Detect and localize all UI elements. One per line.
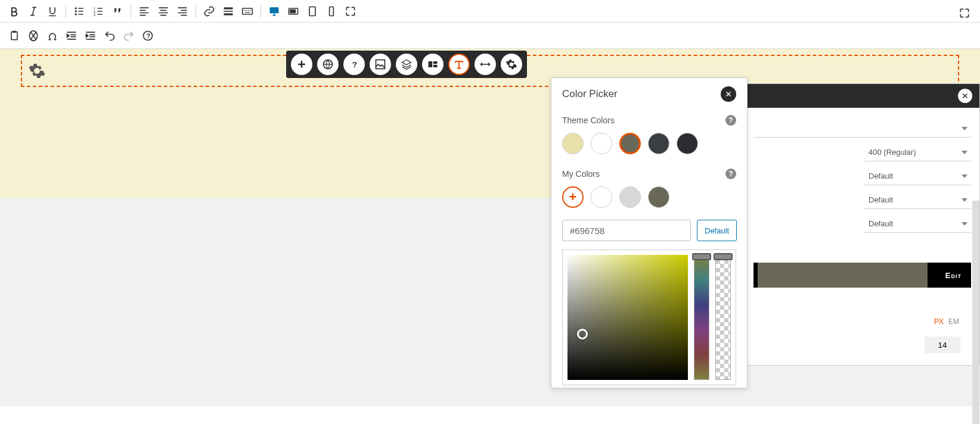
image-button[interactable] bbox=[370, 54, 391, 75]
keyboard-button[interactable] bbox=[238, 2, 257, 21]
main-toolbar-row1: 123 bbox=[0, 0, 980, 23]
svg-rect-15 bbox=[11, 32, 17, 39]
columns-button[interactable] bbox=[422, 54, 444, 75]
underline-button[interactable] bbox=[43, 2, 62, 21]
unit-px-button[interactable]: PX bbox=[934, 317, 944, 326]
my-swatch-3[interactable] bbox=[648, 186, 669, 208]
saturation-box[interactable] bbox=[567, 255, 688, 380]
close-typography-panel-button[interactable] bbox=[958, 89, 972, 103]
svg-point-1 bbox=[75, 10, 77, 12]
option3-select[interactable]: Default bbox=[865, 215, 971, 233]
desktop-view-button[interactable] bbox=[265, 2, 284, 21]
color-preview-bar[interactable]: Edit bbox=[753, 263, 971, 288]
chevron-down-icon bbox=[962, 222, 967, 226]
theme-swatch-4[interactable] bbox=[648, 133, 669, 154]
fullscreen-button[interactable] bbox=[341, 2, 360, 21]
svg-text:?: ? bbox=[352, 60, 357, 69]
theme-colors-help-icon[interactable]: ? bbox=[725, 115, 736, 126]
clear-format-button[interactable] bbox=[24, 26, 43, 45]
svg-point-2 bbox=[75, 13, 77, 15]
default-color-button[interactable]: Default bbox=[697, 220, 737, 241]
indent-button[interactable] bbox=[81, 26, 100, 45]
block-settings-icon[interactable] bbox=[28, 62, 46, 80]
typography-button[interactable] bbox=[448, 54, 470, 75]
hex-input[interactable] bbox=[562, 220, 691, 241]
my-swatch-2[interactable] bbox=[619, 186, 641, 208]
my-swatch-1[interactable] bbox=[591, 186, 612, 208]
tablet-landscape-button[interactable] bbox=[284, 2, 303, 21]
chevron-down-icon bbox=[962, 198, 967, 202]
add-block-button[interactable] bbox=[291, 54, 312, 75]
theme-swatch-5[interactable] bbox=[677, 133, 698, 154]
layers-button[interactable] bbox=[396, 54, 417, 75]
svg-rect-22 bbox=[376, 60, 385, 69]
numbered-list-button[interactable]: 123 bbox=[89, 2, 108, 21]
phone-button[interactable] bbox=[322, 2, 341, 21]
hue-thumb[interactable] bbox=[692, 253, 711, 260]
svg-rect-25 bbox=[433, 65, 438, 67]
align-left-button[interactable] bbox=[135, 2, 154, 21]
theme-colors-section: Theme Colors ? bbox=[551, 110, 747, 164]
svg-rect-23 bbox=[429, 61, 433, 67]
option1-select[interactable]: Default bbox=[865, 167, 971, 185]
undo-button[interactable] bbox=[100, 26, 119, 45]
help-button[interactable]: ? bbox=[138, 26, 157, 45]
chevron-down-icon bbox=[962, 174, 967, 178]
chevron-down-icon bbox=[962, 151, 967, 154]
color-picker-header: Color Picker bbox=[551, 78, 747, 110]
link-button[interactable] bbox=[200, 2, 219, 21]
option2-select[interactable]: Default bbox=[865, 191, 971, 209]
help-float-button[interactable]: ? bbox=[343, 54, 365, 75]
font-size-input[interactable] bbox=[925, 336, 960, 353]
svg-point-0 bbox=[75, 7, 77, 9]
svg-text:3: 3 bbox=[94, 13, 95, 17]
svg-rect-8 bbox=[224, 13, 233, 15]
align-center-button[interactable] bbox=[154, 2, 173, 21]
bold-button[interactable] bbox=[5, 2, 24, 21]
toolbar-separator bbox=[66, 5, 66, 18]
special-char-button[interactable] bbox=[43, 26, 62, 45]
globe-button[interactable] bbox=[317, 54, 339, 75]
alpha-thumb[interactable] bbox=[714, 253, 733, 260]
color-gradient-area bbox=[562, 250, 736, 385]
expand-editor-button[interactable] bbox=[955, 4, 974, 23]
theme-swatch-row bbox=[562, 133, 736, 154]
align-right-button[interactable] bbox=[173, 2, 192, 21]
svg-rect-24 bbox=[433, 61, 438, 64]
hex-row: Default bbox=[551, 217, 747, 250]
my-colors-label: My Colors bbox=[562, 169, 600, 179]
my-swatch-row: + bbox=[562, 186, 736, 208]
close-color-picker-button[interactable] bbox=[721, 86, 736, 102]
theme-swatch-1[interactable] bbox=[562, 133, 584, 154]
panel-scrollbar[interactable] bbox=[972, 201, 979, 424]
svg-rect-6 bbox=[224, 7, 233, 9]
alpha-slider[interactable] bbox=[715, 255, 731, 380]
add-color-button[interactable]: + bbox=[562, 186, 584, 208]
my-colors-help-icon[interactable]: ? bbox=[725, 169, 736, 179]
font-weight-select[interactable]: 400 (Regular) bbox=[865, 144, 971, 161]
hue-slider[interactable] bbox=[694, 255, 709, 380]
svg-rect-10 bbox=[270, 7, 279, 13]
unit-em-button[interactable]: EM bbox=[948, 317, 959, 326]
italic-button[interactable] bbox=[24, 2, 43, 21]
bullet-list-button[interactable] bbox=[70, 2, 89, 21]
font-family-select[interactable] bbox=[753, 120, 971, 138]
insert-more-button[interactable] bbox=[219, 2, 238, 21]
outdent-button[interactable] bbox=[62, 26, 81, 45]
settings-float-button[interactable] bbox=[501, 54, 522, 75]
theme-swatch-3[interactable] bbox=[619, 133, 641, 154]
width-button[interactable] bbox=[475, 54, 496, 75]
paste-button[interactable] bbox=[5, 26, 24, 45]
option1-value: Default bbox=[869, 172, 893, 180]
theme-swatch-2[interactable] bbox=[591, 133, 612, 154]
theme-colors-label: Theme Colors bbox=[562, 116, 615, 125]
toolbar-separator bbox=[196, 5, 196, 18]
typography-panel-body: 400 (Regular) Default Default Default Ed… bbox=[745, 108, 979, 365]
blockquote-button[interactable] bbox=[108, 2, 127, 21]
svg-rect-14 bbox=[330, 7, 334, 15]
toolbar-separator bbox=[131, 5, 131, 18]
redo-button[interactable] bbox=[119, 26, 138, 45]
saturation-cursor[interactable] bbox=[577, 329, 588, 339]
block-floating-toolbar: ? bbox=[286, 51, 527, 78]
tablet-button[interactable] bbox=[303, 2, 322, 21]
